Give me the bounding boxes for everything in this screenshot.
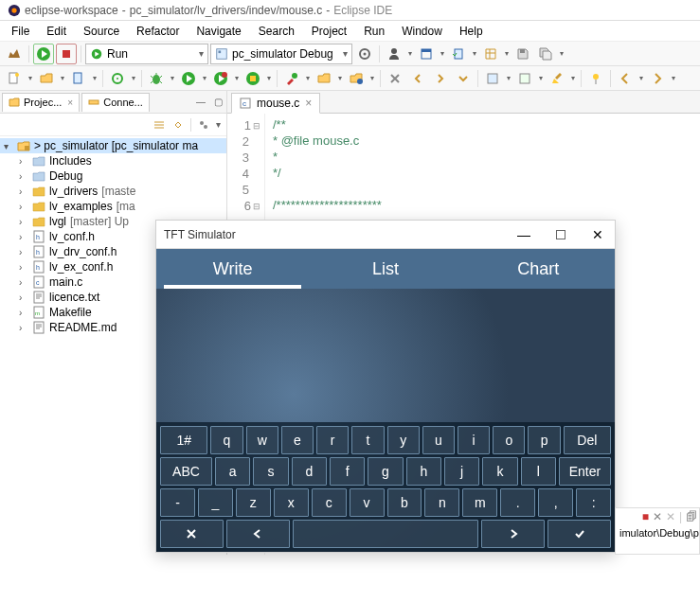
- tree-item[interactable]: ›Includes: [0, 153, 226, 168]
- menu-navigate[interactable]: Navigate: [188, 23, 248, 40]
- key-w[interactable]: w: [246, 426, 278, 454]
- expand-icon[interactable]: ›: [19, 323, 28, 333]
- key-i[interactable]: i: [458, 426, 490, 454]
- expand-icon[interactable]: ›: [19, 217, 28, 227]
- key-v[interactable]: v: [350, 488, 385, 517]
- close-icon[interactable]: ×: [305, 97, 312, 110]
- key-d[interactable]: d: [292, 457, 327, 486]
- key-ok[interactable]: [547, 520, 611, 548]
- expand-icon[interactable]: ›: [19, 247, 28, 257]
- launch-mode-combo[interactable]: Run ▾: [85, 44, 208, 64]
- key-left[interactable]: [226, 520, 290, 548]
- key-a[interactable]: a: [215, 457, 250, 486]
- copy-button[interactable]: [514, 68, 535, 89]
- key-t[interactable]: t: [351, 426, 384, 454]
- launch-settings-button[interactable]: [354, 44, 375, 64]
- minimize-icon[interactable]: —: [194, 96, 207, 109]
- open-task-button[interactable]: [416, 44, 437, 64]
- maximize-button[interactable]: [556, 230, 565, 239]
- key-Del[interactable]: Del: [564, 426, 611, 454]
- key-c[interactable]: c: [312, 488, 347, 517]
- key-ABC[interactable]: ABC: [160, 457, 212, 486]
- profile-button[interactable]: [242, 68, 263, 89]
- menu-search[interactable]: Search: [251, 23, 302, 40]
- menu-refactor[interactable]: Refactor: [129, 23, 187, 40]
- run-as-button[interactable]: [178, 68, 199, 89]
- key-z[interactable]: z: [236, 488, 271, 517]
- pin-button[interactable]: [585, 68, 606, 89]
- expand-icon[interactable]: ›: [19, 277, 28, 288]
- debug-button[interactable]: [146, 68, 167, 89]
- key-e[interactable]: e: [281, 426, 314, 454]
- new-folder-button[interactable]: [36, 68, 57, 89]
- terminate-icon[interactable]: ■: [642, 510, 649, 523]
- key-m[interactable]: m: [462, 488, 497, 517]
- key-s[interactable]: s: [253, 457, 288, 486]
- key-u[interactable]: u: [422, 426, 455, 454]
- key-sym[interactable]: _: [198, 488, 233, 517]
- expand-icon[interactable]: ›: [19, 308, 28, 318]
- tree-item[interactable]: ›lv_examples [ma: [0, 199, 226, 214]
- sim-tab-chart[interactable]: Chart: [462, 249, 615, 289]
- expand-icon[interactable]: ▾: [4, 141, 13, 151]
- linked-button[interactable]: [346, 68, 367, 89]
- filter-icon[interactable]: [197, 118, 210, 132]
- menu-source[interactable]: Source: [76, 23, 127, 40]
- new-source-button[interactable]: [68, 68, 89, 89]
- person-button[interactable]: [384, 44, 404, 64]
- key-sym[interactable]: :: [576, 488, 611, 517]
- new-wizard-button[interactable]: [448, 44, 469, 64]
- edit-button[interactable]: [547, 68, 567, 89]
- build-button[interactable]: [4, 44, 25, 64]
- key-r[interactable]: r: [316, 426, 349, 454]
- key-g[interactable]: g: [368, 457, 403, 486]
- expand-icon[interactable]: ›: [19, 186, 28, 197]
- key-o[interactable]: o: [493, 426, 525, 454]
- minimize-button[interactable]: —: [514, 225, 533, 244]
- menu-file[interactable]: File: [4, 23, 37, 40]
- key-y[interactable]: y: [387, 426, 420, 454]
- key-p[interactable]: p: [528, 426, 560, 454]
- maximize-icon[interactable]: ▢: [211, 96, 224, 109]
- forward-button[interactable]: [430, 68, 451, 89]
- toggle-button[interactable]: [385, 68, 405, 89]
- nav-back-button[interactable]: [615, 68, 636, 89]
- tree-item[interactable]: ›Debug: [0, 168, 226, 184]
- key-sym[interactable]: ,: [538, 488, 573, 517]
- close-button[interactable]: ✕: [588, 225, 607, 244]
- key-x[interactable]: x: [274, 488, 309, 517]
- collapse-all-icon[interactable]: [153, 118, 166, 132]
- down-button[interactable]: [453, 68, 474, 89]
- sim-titlebar[interactable]: TFT Simulator — ✕: [156, 221, 615, 249]
- tree-item[interactable]: ›lv_drivers [maste: [0, 184, 226, 199]
- back-button[interactable]: [407, 68, 428, 89]
- close-icon[interactable]: ×: [67, 97, 73, 108]
- key-space[interactable]: [293, 520, 479, 548]
- open-button[interactable]: [314, 68, 334, 89]
- project-explorer-tab[interactable]: Projec... ×: [2, 93, 80, 112]
- sim-tab-write[interactable]: Write: [156, 249, 309, 289]
- key-k[interactable]: k: [482, 457, 517, 486]
- key-Enter[interactable]: Enter: [559, 457, 611, 486]
- fold-icon[interactable]: ⊟: [253, 121, 260, 131]
- key-b[interactable]: b: [387, 488, 422, 517]
- launch-config-combo[interactable]: pc_simulator Debug ▾: [210, 44, 352, 64]
- sim-tab-list[interactable]: List: [309, 249, 461, 289]
- remove-all-icon[interactable]: ✕: [666, 510, 675, 523]
- clear-icon[interactable]: 🗐: [686, 510, 697, 523]
- nav-fwd-button[interactable]: [647, 68, 668, 89]
- tft-simulator-window[interactable]: TFT Simulator — ✕ Write List Chart 1#qwe…: [155, 220, 616, 553]
- key-sym[interactable]: -: [160, 488, 195, 517]
- key-j[interactable]: j: [444, 457, 479, 486]
- expand-icon[interactable]: ›: [19, 232, 28, 242]
- expand-icon[interactable]: ›: [19, 292, 28, 303]
- menu-project[interactable]: Project: [304, 23, 354, 40]
- menu-edit[interactable]: Edit: [39, 23, 74, 40]
- open-type-button[interactable]: [480, 44, 501, 64]
- fold-icon[interactable]: ⊟: [253, 202, 260, 211]
- run-button[interactable]: [33, 44, 54, 64]
- cut-button[interactable]: [482, 68, 503, 89]
- build-all-button[interactable]: [107, 68, 128, 89]
- menu-run[interactable]: Run: [356, 23, 392, 40]
- expand-icon[interactable]: ›: [19, 262, 28, 273]
